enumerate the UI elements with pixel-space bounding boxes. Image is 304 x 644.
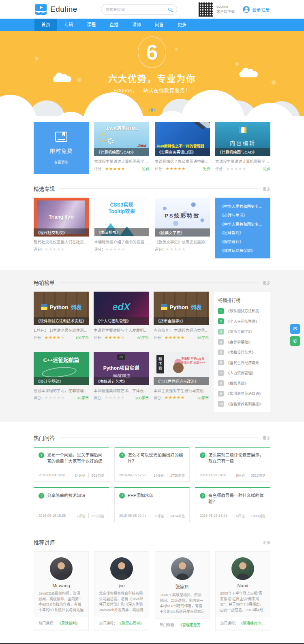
- logo-icon: [34, 4, 47, 15]
- rating-stars: ★★★★★: [166, 247, 186, 252]
- carousel-indicators: [149, 108, 156, 112]
- hero-banner[interactable]: 6 六大优势，专业为你 Eduline，一站式在线教育服务！: [0, 31, 304, 116]
- album-link[interactable]: 《中华人民共和国史专题》: [220, 221, 265, 226]
- qa-card[interactable]: ? 发布一个问题，是关于课后问答的题目！大家有什么好的建议！ 2016-08-0…: [34, 447, 109, 482]
- course-card[interactable]: </> Python项目实训 网络爬虫 《书籍设计艺术》 本课程是集构成艺术、字…: [94, 352, 149, 406]
- hammer-decoration: [194, 122, 210, 130]
- qa-card[interactable]: ? 有名师教导是一种什么样的体验？ 2016-05-23 14:44 5评论 1…: [195, 487, 270, 522]
- course-card[interactable]: C++远征起航篇 《会计学基础》 通过本课程的学习，使非管理类学生初.. 评分：…: [34, 352, 89, 406]
- lecturer-card[interactable]: joe 北京传智播客教育科技有限公司副总裁，著有《Java邮件开发体验》和《深入…: [94, 551, 149, 631]
- album-card[interactable]: PS炫彩特效 《欧美文学史》 《欧美文学史》以历史发展的顺序，概述.. 评分： …: [155, 198, 210, 258]
- ranking-item[interactable]: 2《个人与团队管理》: [218, 318, 266, 324]
- course-thumbnail: </> Python项目实训 网络爬虫 《书籍设计艺术》: [94, 352, 149, 385]
- rating-stars: ★★★★★: [45, 336, 65, 340]
- qa-card[interactable]: ? 怎么才可以逆光拍摄出好的照片？ 2016-04-15 17:22 14评论 …: [114, 447, 190, 482]
- hot-course-link[interactable]: 《管理心理学》: [118, 621, 143, 626]
- more-link[interactable]: 更多: [263, 186, 270, 192]
- course-card[interactable]: 程序猿 爱编程 不爱bug 我不是码农 我是geek 《当代世界经济与政治》 本…: [154, 352, 209, 406]
- lecturer-card[interactable]: Mr.wang JavaEE高级架构师、资深顾问、高级讲师，国内第一本ejb3.…: [34, 551, 89, 631]
- ranking-item[interactable]: 4《会计学基础》: [218, 339, 266, 345]
- course-thumbnail: C++远征起航篇 《会计学基础》: [34, 352, 89, 385]
- hot-course-link[interactable]: 《明清经典小说品读》: [239, 621, 265, 626]
- course-card[interactable]: ios9新特性之不一样的管理器 《实用商务英语口语》 本课程精选了办公室英语中最…: [155, 122, 210, 174]
- carousel-dot[interactable]: [149, 109, 150, 111]
- course-card[interactable]: Python 列表 《软件测试方法和技术实践》 1.特色： 1)主讲老师在软件测…: [34, 292, 89, 345]
- course-card[interactable]: 内容编辑 《计算机绘图与CAD》 本课程主要讲述计算机图形学的历史与现.. 评分…: [215, 122, 270, 174]
- nav-item-albums[interactable]: 专辑: [57, 19, 80, 31]
- ranking-item[interactable]: 9《实用商务英语口语》: [218, 391, 266, 397]
- thumbnail-subtext: 列表: [71, 303, 81, 311]
- qa-card[interactable]: ? PHP添加水印 2015-05-05 10:44 6评论 3414浏览: [114, 487, 190, 522]
- rating-stars: ★★★★★: [45, 396, 65, 400]
- rating-stars: ★★★★★: [45, 247, 65, 252]
- qa-comments: 7评论: [77, 513, 86, 518]
- banner-number: 6: [146, 40, 158, 64]
- ranking-item[interactable]: 5《书籍设计艺术》: [218, 350, 266, 355]
- search-button[interactable]: [163, 5, 177, 14]
- site-logo[interactable]: Eduline: [34, 4, 77, 15]
- login-label: 登录/注册: [252, 6, 270, 13]
- wechat-icon[interactable]: ✆: [290, 336, 300, 346]
- course-title: 《实用商务英语口语》: [155, 148, 210, 156]
- nav-item-lecturers[interactable]: 讲师: [125, 19, 148, 31]
- lecturer-card[interactable]: Nami 2008年下半年登上央视“百家讲坛”栏目主讲“两宋风云”，并于09年7…: [215, 551, 270, 631]
- ranking-item[interactable]: 8《摄影基础》: [218, 380, 266, 386]
- carousel-dot-active[interactable]: [152, 108, 153, 112]
- search-input[interactable]: [101, 7, 163, 12]
- ranking-item[interactable]: 6《当代世界经济与政治》: [218, 360, 266, 365]
- more-link[interactable]: 更多: [263, 280, 270, 286]
- course-title: 《计算机绘图与CAD》: [215, 148, 270, 156]
- album-link[interactable]: 《足球裁判》: [220, 230, 265, 235]
- editor-icon: [239, 127, 246, 133]
- ranking-item[interactable]: 10《食品营养系列讲座》: [218, 401, 266, 407]
- qa-card[interactable]: ? 分享简单的技术知识 2016-08-18 15:55 7评论 252浏览: [34, 487, 109, 522]
- course-thumbnail: JAVA遇见HTML Java 《计算机绘图与CAD》: [94, 122, 149, 156]
- limited-free-promo-card[interactable]: 限时免费 查看更多: [34, 122, 89, 174]
- message-icon[interactable]: ✉: [290, 324, 300, 334]
- qa-date: 2014-11-29 14:31: [200, 473, 227, 477]
- carousel-dot[interactable]: [154, 109, 156, 111]
- album-link[interactable]: 《中华人民共和国史专题》: [220, 203, 265, 209]
- rank-badge: 6: [218, 360, 224, 365]
- lecturer-card[interactable]: 张家辉 JavaEE高级架构师、资深顾问、高级讲师，国内第一本ejb3.0书籍的…: [155, 551, 210, 631]
- album-card[interactable]: Trianglify® 《现代社交礼仪》 现代社交礼仪是指人们在社交交往活动过.…: [34, 198, 89, 258]
- free-courses-section: 限时免费 查看更多 JAVA遇见HTML Java 《计算机绘图与CAD》 本课…: [34, 122, 270, 174]
- rating-stars: ★★★★★: [165, 396, 185, 400]
- course-card[interactable]: JAVA遇见HTML Java 《计算机绘图与CAD》 本课程主要讲述计算机图形…: [94, 122, 149, 174]
- rating-label: 评分：: [34, 335, 45, 340]
- featured-albums-section: 精选专辑 更多 Trianglify® 《现代社交礼仪》 现代社交礼仪是指人们在…: [34, 185, 270, 258]
- more-link[interactable]: 更多: [263, 540, 270, 545]
- rank-badge: 3: [218, 329, 224, 335]
- hot-course-label: 热门课程：: [99, 621, 117, 626]
- login-register[interactable]: 登录/注册: [243, 6, 270, 13]
- qa-card[interactable]: ? 怎么实现三级评论嵌套展示，现在只有一级 2014-11-29 14:31 8…: [195, 447, 270, 482]
- ranking-list: 1《软件测试方法和技术实践》 2《个人与团队管理》 3《货币金融学2》 4《会计…: [218, 308, 266, 407]
- course-thumbnail: Python 列表 《软件测试方法和技术实践》: [34, 292, 89, 325]
- hot-course-link[interactable]: 《管理定量方法》: [179, 622, 205, 627]
- course-card[interactable]: edX 《个人与团队管理》 本课程主要讲解与个人发展相关的各种最.. 评分： ★…: [94, 292, 149, 345]
- ranking-item[interactable]: 7《人力资源管理》: [218, 370, 266, 376]
- course-desc: 1.特色： 1)主讲老师在软件测试领域工业..: [34, 327, 89, 333]
- nav-item-qa[interactable]: 问答: [148, 19, 171, 31]
- album-desc: 本课程简要介绍了楷书的发展历程，特别..: [94, 239, 149, 245]
- nav-item-live[interactable]: 直播: [103, 19, 125, 31]
- nav-item-more[interactable]: 更多: [171, 19, 193, 31]
- course-desc: 本课程精选了办公室英语中最常见的题材..: [155, 158, 210, 164]
- see-more-link[interactable]: 查看更多: [54, 160, 69, 165]
- rank-badge: 9: [218, 391, 224, 397]
- nav-item-home[interactable]: 首页: [34, 19, 57, 31]
- nav-item-courses[interactable]: 课程: [80, 19, 103, 31]
- hot-course-label: 热门课程：: [220, 621, 238, 626]
- album-link[interactable]: 《体育运动与保健》: [220, 247, 265, 253]
- course-card[interactable]: Python 列表 《货币金融学2》 内容简介： 本课程为经济类基础课程，.. …: [154, 292, 209, 345]
- album-card[interactable]: CSS3实现 Tooltip效果 《书法楷书》 本课程简要介绍了楷书的发展历程，…: [94, 198, 149, 258]
- qa-comments: 14评论: [154, 473, 164, 478]
- ranking-item[interactable]: 1《软件测试方法和技术实践》: [218, 308, 266, 314]
- rating-label: 评分：: [215, 166, 226, 171]
- ranking-item[interactable]: 3《货币金融学2》: [218, 329, 266, 335]
- user-icon: [243, 6, 250, 13]
- album-link[interactable]: 《服装设计》: [220, 239, 265, 244]
- more-link[interactable]: 更多: [263, 435, 270, 441]
- hot-course-link[interactable]: 《足球裁判》: [58, 621, 79, 626]
- album-link[interactable]: 《心理与生活》: [220, 212, 265, 218]
